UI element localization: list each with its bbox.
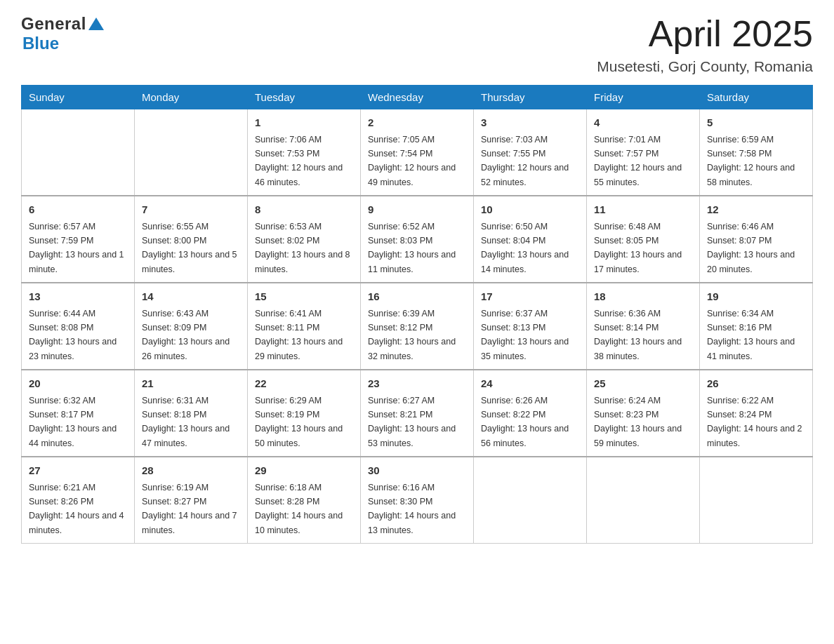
day-number: 27	[29, 463, 127, 479]
col-header-monday: Monday	[135, 86, 248, 109]
calendar-cell: 11Sunrise: 6:48 AMSunset: 8:05 PMDayligh…	[587, 196, 700, 283]
day-number: 14	[142, 289, 240, 305]
calendar-week-row: 13Sunrise: 6:44 AMSunset: 8:08 PMDayligh…	[22, 283, 813, 370]
calendar-cell: 23Sunrise: 6:27 AMSunset: 8:21 PMDayligh…	[361, 370, 474, 457]
day-number: 4	[594, 115, 692, 131]
calendar-cell: 4Sunrise: 7:01 AMSunset: 7:57 PMDaylight…	[587, 109, 700, 196]
day-info: Sunrise: 6:44 AMSunset: 8:08 PMDaylight:…	[29, 309, 117, 361]
calendar-cell	[700, 457, 813, 544]
day-number: 23	[368, 376, 466, 392]
day-number: 19	[707, 289, 805, 305]
day-info: Sunrise: 6:36 AMSunset: 8:14 PMDaylight:…	[594, 309, 682, 361]
logo-general-text: General	[21, 14, 86, 34]
day-info: Sunrise: 7:06 AMSunset: 7:53 PMDaylight:…	[255, 135, 343, 187]
calendar-header-row: SundayMondayTuesdayWednesdayThursdayFrid…	[22, 86, 813, 109]
calendar-cell: 22Sunrise: 6:29 AMSunset: 8:19 PMDayligh…	[248, 370, 361, 457]
calendar-cell: 20Sunrise: 6:32 AMSunset: 8:17 PMDayligh…	[22, 370, 135, 457]
day-number: 30	[368, 463, 466, 479]
logo-triangle-icon	[88, 16, 104, 33]
calendar-cell: 16Sunrise: 6:39 AMSunset: 8:12 PMDayligh…	[361, 283, 474, 370]
day-info: Sunrise: 7:01 AMSunset: 7:57 PMDaylight:…	[594, 135, 682, 187]
day-info: Sunrise: 6:50 AMSunset: 8:04 PMDaylight:…	[481, 222, 569, 274]
day-number: 21	[142, 376, 240, 392]
calendar-cell: 15Sunrise: 6:41 AMSunset: 8:11 PMDayligh…	[248, 283, 361, 370]
day-info: Sunrise: 6:16 AMSunset: 8:30 PMDaylight:…	[368, 483, 456, 535]
calendar-cell: 2Sunrise: 7:05 AMSunset: 7:54 PMDaylight…	[361, 109, 474, 196]
calendar-cell: 13Sunrise: 6:44 AMSunset: 8:08 PMDayligh…	[22, 283, 135, 370]
day-number: 12	[707, 202, 805, 218]
day-number: 5	[707, 115, 805, 131]
svg-marker-0	[88, 18, 104, 30]
calendar-week-row: 1Sunrise: 7:06 AMSunset: 7:53 PMDaylight…	[22, 109, 813, 196]
calendar-cell: 5Sunrise: 6:59 AMSunset: 7:58 PMDaylight…	[700, 109, 813, 196]
col-header-sunday: Sunday	[22, 86, 135, 109]
col-header-tuesday: Tuesday	[248, 86, 361, 109]
calendar-cell: 26Sunrise: 6:22 AMSunset: 8:24 PMDayligh…	[700, 370, 813, 457]
day-info: Sunrise: 6:22 AMSunset: 8:24 PMDaylight:…	[707, 396, 802, 448]
day-info: Sunrise: 6:32 AMSunset: 8:17 PMDaylight:…	[29, 396, 117, 448]
calendar-week-row: 6Sunrise: 6:57 AMSunset: 7:59 PMDaylight…	[22, 196, 813, 283]
calendar-cell: 3Sunrise: 7:03 AMSunset: 7:55 PMDaylight…	[474, 109, 587, 196]
day-info: Sunrise: 6:52 AMSunset: 8:03 PMDaylight:…	[368, 222, 456, 274]
day-number: 6	[29, 202, 127, 218]
calendar-cell: 9Sunrise: 6:52 AMSunset: 8:03 PMDaylight…	[361, 196, 474, 283]
day-info: Sunrise: 6:26 AMSunset: 8:22 PMDaylight:…	[481, 396, 569, 448]
title-block: April 2025 Musetesti, Gorj County, Roman…	[597, 14, 813, 75]
day-number: 7	[142, 202, 240, 218]
day-info: Sunrise: 6:59 AMSunset: 7:58 PMDaylight:…	[707, 135, 795, 187]
day-number: 1	[255, 115, 353, 131]
calendar-week-row: 20Sunrise: 6:32 AMSunset: 8:17 PMDayligh…	[22, 370, 813, 457]
day-number: 28	[142, 463, 240, 479]
day-number: 2	[368, 115, 466, 131]
calendar-cell: 30Sunrise: 6:16 AMSunset: 8:30 PMDayligh…	[361, 457, 474, 544]
day-number: 25	[594, 376, 692, 392]
day-info: Sunrise: 6:19 AMSunset: 8:27 PMDaylight:…	[142, 483, 237, 535]
day-info: Sunrise: 6:53 AMSunset: 8:02 PMDaylight:…	[255, 222, 350, 274]
calendar-cell: 25Sunrise: 6:24 AMSunset: 8:23 PMDayligh…	[587, 370, 700, 457]
day-info: Sunrise: 6:21 AMSunset: 8:26 PMDaylight:…	[29, 483, 124, 535]
day-info: Sunrise: 6:43 AMSunset: 8:09 PMDaylight:…	[142, 309, 230, 361]
calendar-cell: 29Sunrise: 6:18 AMSunset: 8:28 PMDayligh…	[248, 457, 361, 544]
day-number: 9	[368, 202, 466, 218]
day-number: 15	[255, 289, 353, 305]
day-info: Sunrise: 6:41 AMSunset: 8:11 PMDaylight:…	[255, 309, 343, 361]
day-number: 17	[481, 289, 579, 305]
calendar-cell: 1Sunrise: 7:06 AMSunset: 7:53 PMDaylight…	[248, 109, 361, 196]
calendar-cell	[587, 457, 700, 544]
day-number: 8	[255, 202, 353, 218]
day-info: Sunrise: 6:39 AMSunset: 8:12 PMDaylight:…	[368, 309, 456, 361]
day-number: 10	[481, 202, 579, 218]
calendar-cell: 18Sunrise: 6:36 AMSunset: 8:14 PMDayligh…	[587, 283, 700, 370]
day-info: Sunrise: 6:31 AMSunset: 8:18 PMDaylight:…	[142, 396, 230, 448]
location-subtitle: Musetesti, Gorj County, Romania	[597, 58, 813, 75]
calendar-cell: 21Sunrise: 6:31 AMSunset: 8:18 PMDayligh…	[135, 370, 248, 457]
calendar-cell: 17Sunrise: 6:37 AMSunset: 8:13 PMDayligh…	[474, 283, 587, 370]
day-number: 16	[368, 289, 466, 305]
calendar-cell: 24Sunrise: 6:26 AMSunset: 8:22 PMDayligh…	[474, 370, 587, 457]
day-info: Sunrise: 6:34 AMSunset: 8:16 PMDaylight:…	[707, 309, 795, 361]
calendar-cell: 14Sunrise: 6:43 AMSunset: 8:09 PMDayligh…	[135, 283, 248, 370]
day-info: Sunrise: 6:46 AMSunset: 8:07 PMDaylight:…	[707, 222, 795, 274]
day-info: Sunrise: 6:55 AMSunset: 8:00 PMDaylight:…	[142, 222, 237, 274]
day-number: 29	[255, 463, 353, 479]
day-number: 24	[481, 376, 579, 392]
day-info: Sunrise: 7:03 AMSunset: 7:55 PMDaylight:…	[481, 135, 569, 187]
calendar-cell: 10Sunrise: 6:50 AMSunset: 8:04 PMDayligh…	[474, 196, 587, 283]
col-header-friday: Friday	[587, 86, 700, 109]
day-number: 13	[29, 289, 127, 305]
day-info: Sunrise: 6:57 AMSunset: 7:59 PMDaylight:…	[29, 222, 124, 274]
logo-blue-text: Blue	[22, 34, 59, 53]
day-number: 22	[255, 376, 353, 392]
calendar-table: SundayMondayTuesdayWednesdayThursdayFrid…	[21, 85, 813, 544]
logo: General Blue	[21, 14, 104, 53]
day-info: Sunrise: 6:24 AMSunset: 8:23 PMDaylight:…	[594, 396, 682, 448]
calendar-cell	[22, 109, 135, 196]
calendar-cell: 6Sunrise: 6:57 AMSunset: 7:59 PMDaylight…	[22, 196, 135, 283]
calendar-cell	[474, 457, 587, 544]
day-info: Sunrise: 6:29 AMSunset: 8:19 PMDaylight:…	[255, 396, 343, 448]
day-info: Sunrise: 7:05 AMSunset: 7:54 PMDaylight:…	[368, 135, 456, 187]
calendar-cell: 7Sunrise: 6:55 AMSunset: 8:00 PMDaylight…	[135, 196, 248, 283]
calendar-cell: 12Sunrise: 6:46 AMSunset: 8:07 PMDayligh…	[700, 196, 813, 283]
day-info: Sunrise: 6:27 AMSunset: 8:21 PMDaylight:…	[368, 396, 456, 448]
month-year-title: April 2025	[597, 14, 813, 54]
